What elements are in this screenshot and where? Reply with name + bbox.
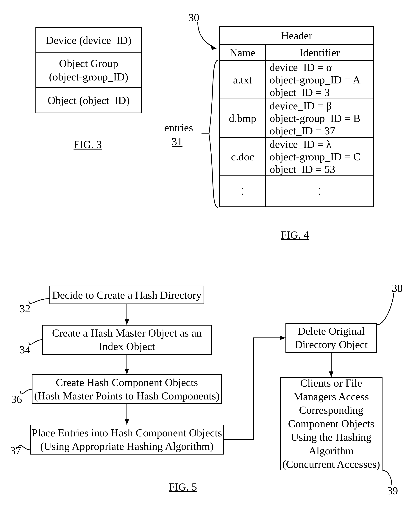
svg-marker-2: [125, 319, 129, 325]
fig5-ref-37: 37: [10, 444, 21, 457]
fig5-ref-32: 32: [20, 302, 30, 315]
svg-marker-6: [125, 419, 129, 425]
fig5-ref-38: 38: [392, 282, 403, 294]
svg-marker-4: [125, 369, 129, 374]
fig5-caption: FIG. 5: [155, 481, 211, 493]
svg-marker-7: [280, 336, 285, 340]
fig5-ref-36: 36: [11, 393, 22, 405]
fig5-arrows: [0, 0, 420, 515]
fig5-ref-34: 34: [20, 343, 30, 356]
svg-marker-9: [329, 371, 333, 377]
fig5-ref-39: 39: [387, 485, 398, 497]
